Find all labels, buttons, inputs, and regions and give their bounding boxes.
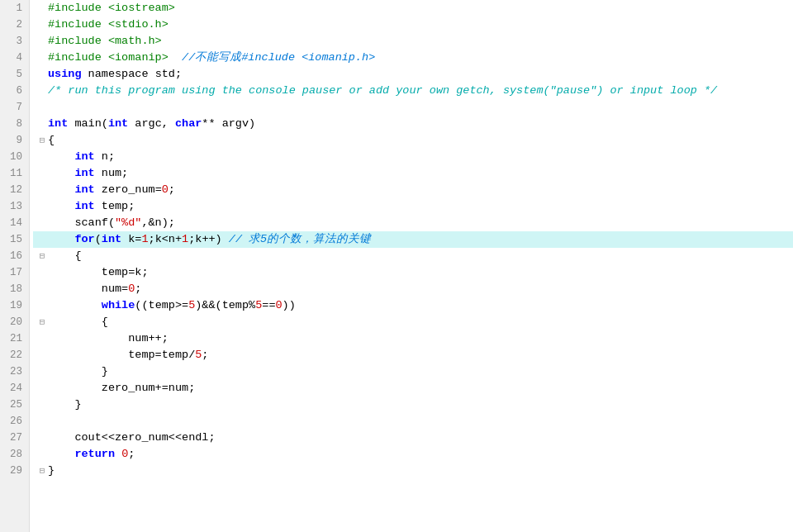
token: #include <iomanip> bbox=[48, 51, 169, 64]
code-content: num=0; bbox=[48, 281, 141, 297]
token: int bbox=[74, 167, 94, 179]
code-line: temp=temp/5; bbox=[33, 347, 793, 363]
code-line bbox=[33, 413, 793, 430]
fold-gutter[interactable]: ⊟ bbox=[36, 132, 48, 149]
code-content: return 0; bbox=[48, 446, 135, 463]
token: ;k<n+ bbox=[149, 233, 183, 245]
code-line: scanf("%d",&n); bbox=[33, 215, 793, 231]
line-number: 25 bbox=[7, 397, 22, 413]
token: int bbox=[74, 183, 94, 196]
code-content: int temp; bbox=[48, 198, 135, 215]
code-line: } bbox=[33, 363, 793, 380]
line-number: 8 bbox=[7, 116, 22, 132]
token bbox=[48, 299, 102, 311]
fold-gutter[interactable]: ⊟ bbox=[36, 248, 48, 264]
line-number: 19 bbox=[7, 297, 22, 314]
code-line: #include <stdio.h> bbox=[33, 17, 793, 33]
code-content: int main(int argc, char** argv) bbox=[48, 116, 255, 132]
line-number: 12 bbox=[7, 182, 22, 198]
code-line: int temp; bbox=[33, 198, 793, 215]
line-number: 27 bbox=[7, 430, 22, 446]
line-number: 28 bbox=[7, 446, 22, 463]
token: main( bbox=[68, 117, 108, 130]
code-content: #include <stdio.h> bbox=[48, 17, 169, 33]
code-line: #include <iostream> bbox=[33, 0, 793, 17]
token: ; bbox=[169, 183, 175, 196]
token bbox=[48, 233, 74, 245]
token: num; bbox=[95, 167, 129, 179]
token: { bbox=[48, 249, 82, 262]
token: using bbox=[48, 68, 82, 80]
code-line bbox=[33, 99, 793, 116]
code-line: ⊟ { bbox=[33, 314, 793, 330]
code-content: num++; bbox=[48, 330, 169, 347]
code-content: } bbox=[48, 397, 82, 413]
fold-gutter[interactable]: ⊟ bbox=[36, 314, 48, 330]
code-line: num=0; bbox=[33, 281, 793, 297]
token: ; bbox=[202, 349, 208, 361]
code-content: int num; bbox=[48, 165, 128, 182]
token: for bbox=[74, 233, 94, 245]
code-content: int n; bbox=[48, 149, 115, 165]
line-number: 5 bbox=[7, 66, 22, 83]
token: k= bbox=[121, 233, 141, 245]
token bbox=[48, 448, 74, 460]
line-number: 29 bbox=[7, 463, 22, 479]
code-line: while((temp>=5)&&(temp%5==0)) bbox=[33, 297, 793, 314]
token: n; bbox=[95, 150, 115, 163]
line-number: 16 bbox=[7, 248, 22, 264]
code-line: temp=k; bbox=[33, 264, 793, 281]
line-number: 14 bbox=[7, 215, 22, 231]
code-content: for(int k=1;k<n+1;k++) // 求5的个数，算法的关键 bbox=[48, 231, 371, 248]
token: 0 bbox=[162, 183, 169, 196]
line-number: 23 bbox=[7, 363, 22, 380]
line-number: 10 bbox=[7, 149, 22, 165]
token: /* run this program using the console pa… bbox=[48, 84, 717, 97]
token: int bbox=[48, 117, 68, 130]
line-number: 6 bbox=[7, 83, 22, 99]
line-number: 11 bbox=[7, 165, 22, 182]
token: } bbox=[48, 398, 82, 411]
line-numbers-gutter: 1234567891011121314151617181920212223242… bbox=[0, 0, 30, 532]
token: ; bbox=[128, 448, 135, 460]
token: { bbox=[48, 134, 55, 146]
code-line: cout<<zero_num<<endl; bbox=[33, 430, 793, 446]
token: while bbox=[102, 299, 135, 311]
token: return bbox=[74, 448, 115, 460]
line-number: 22 bbox=[7, 347, 22, 363]
token: num++; bbox=[48, 332, 169, 344]
code-content: { bbox=[48, 132, 55, 149]
token: namespace bbox=[82, 68, 155, 80]
token: 1 bbox=[182, 233, 188, 245]
token: //不能写成#include <iomanip.h> bbox=[182, 51, 375, 64]
line-number: 20 bbox=[7, 314, 22, 330]
line-number: 24 bbox=[7, 380, 22, 397]
token: int bbox=[108, 117, 128, 130]
code-content: int zero_num=0; bbox=[48, 182, 175, 198]
code-content: zero_num+=num; bbox=[48, 380, 195, 397]
code-content: { bbox=[48, 248, 82, 264]
code-line: zero_num+=num; bbox=[33, 380, 793, 397]
token: #include <iostream> bbox=[48, 2, 175, 14]
token: zero_num= bbox=[95, 183, 162, 196]
line-number: 17 bbox=[7, 264, 22, 281]
code-line: int n; bbox=[33, 149, 793, 165]
code-content: } bbox=[48, 463, 55, 479]
line-number: 1 bbox=[7, 0, 22, 17]
line-number: 3 bbox=[7, 33, 22, 50]
code-line: int main(int argc, char** argv) bbox=[33, 116, 793, 132]
code-line: return 0; bbox=[33, 446, 793, 463]
token: == bbox=[262, 299, 275, 311]
token: temp=k; bbox=[48, 266, 149, 278]
code-line: #include <math.h> bbox=[33, 33, 793, 50]
token: temp; bbox=[95, 200, 135, 212]
token: } bbox=[48, 365, 108, 378]
token bbox=[48, 200, 74, 212]
code-content: { bbox=[48, 314, 108, 330]
token: ** argv) bbox=[202, 117, 255, 130]
code-line: ⊟{ bbox=[33, 132, 793, 149]
line-number: 9 bbox=[7, 132, 22, 149]
fold-gutter[interactable]: ⊟ bbox=[36, 463, 48, 479]
code-line: int zero_num=0; bbox=[33, 182, 793, 198]
token bbox=[169, 51, 182, 64]
